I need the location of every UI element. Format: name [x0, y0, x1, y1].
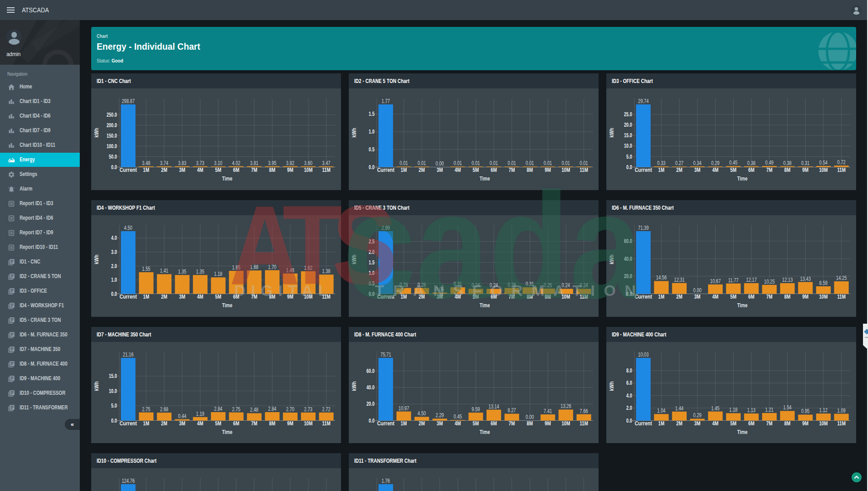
- svg-text:1.19: 1.19: [196, 410, 204, 417]
- svg-text:0.44: 0.44: [178, 413, 186, 419]
- svg-text:8M: 8M: [527, 420, 533, 427]
- svg-text:3.47: 3.47: [322, 160, 331, 166]
- svg-text:12.31: 12.31: [674, 277, 685, 283]
- svg-text:9M: 9M: [802, 294, 808, 300]
- svg-text:0.24: 0.24: [490, 282, 498, 289]
- svg-text:7M: 7M: [509, 420, 515, 427]
- svg-text:11M: 11M: [579, 294, 588, 300]
- svg-text:Current: Current: [119, 294, 137, 300]
- svg-text:9M: 9M: [545, 420, 551, 427]
- svg-text:13.26: 13.26: [560, 403, 571, 409]
- svg-text:3M: 3M: [179, 420, 186, 427]
- svg-text:3.0: 3.0: [111, 249, 117, 255]
- svg-text:6M: 6M: [233, 294, 239, 300]
- svg-text:11M: 11M: [322, 420, 331, 427]
- svg-text:14.56: 14.56: [656, 274, 667, 281]
- svg-text:0.27: 0.27: [675, 160, 683, 167]
- svg-text:100.0: 100.0: [107, 143, 117, 150]
- svg-text:75.71: 75.71: [380, 351, 391, 357]
- svg-text:3M: 3M: [179, 294, 186, 300]
- svg-text:2.0: 2.0: [626, 405, 632, 411]
- svg-text:21.16: 21.16: [123, 351, 134, 357]
- svg-text:kWh: kWh: [609, 128, 615, 138]
- svg-text:4.0: 4.0: [111, 235, 117, 241]
- svg-text:1M: 1M: [658, 294, 664, 300]
- svg-text:40.0: 40.0: [367, 384, 375, 391]
- svg-text:10M: 10M: [304, 420, 313, 427]
- svg-text:0.45: 0.45: [729, 160, 737, 166]
- svg-text:6M: 6M: [233, 167, 239, 174]
- svg-text:7M: 7M: [251, 167, 258, 174]
- svg-text:Current: Current: [377, 420, 394, 427]
- svg-text:10.03: 10.03: [638, 351, 649, 357]
- svg-text:11M: 11M: [579, 420, 588, 427]
- svg-text:4M: 4M: [197, 167, 203, 174]
- svg-text:3M: 3M: [694, 294, 700, 300]
- svg-text:0.38: 0.38: [783, 160, 791, 166]
- svg-text:2.75: 2.75: [142, 406, 150, 412]
- svg-text:4M: 4M: [455, 420, 461, 427]
- svg-text:3.60: 3.60: [304, 160, 312, 166]
- svg-text:29.74: 29.74: [638, 98, 649, 104]
- svg-text:8.59: 8.59: [819, 280, 827, 286]
- svg-text:9M: 9M: [287, 294, 294, 300]
- svg-text:9M: 9M: [802, 167, 808, 174]
- svg-text:0.0: 0.0: [111, 164, 117, 171]
- svg-text:11M: 11M: [837, 167, 846, 174]
- svg-text:2M: 2M: [418, 294, 425, 300]
- svg-text:1M: 1M: [401, 167, 407, 174]
- svg-text:0.38: 0.38: [747, 160, 755, 166]
- svg-text:0.33: 0.33: [657, 160, 665, 166]
- svg-text:0.95: 0.95: [801, 408, 809, 414]
- svg-text:7M: 7M: [509, 294, 515, 300]
- svg-text:4M: 4M: [197, 420, 203, 427]
- svg-text:0.00: 0.00: [526, 414, 534, 420]
- svg-text:Time: Time: [480, 176, 490, 182]
- svg-text:2M: 2M: [676, 420, 682, 427]
- svg-text:1.04: 1.04: [657, 408, 665, 414]
- svg-text:0.01: 0.01: [490, 160, 498, 167]
- svg-text:0.5: 0.5: [369, 146, 375, 153]
- svg-text:11M: 11M: [579, 167, 588, 174]
- svg-text:1M: 1M: [143, 420, 150, 427]
- svg-text:25.0: 25.0: [624, 111, 632, 118]
- svg-text:Current: Current: [119, 420, 137, 427]
- svg-text:Time: Time: [737, 176, 748, 182]
- svg-text:1.76: 1.76: [382, 478, 390, 484]
- svg-text:3.83: 3.83: [178, 160, 186, 166]
- svg-text:2M: 2M: [161, 167, 167, 174]
- svg-text:Time: Time: [222, 176, 232, 182]
- svg-text:10M: 10M: [819, 294, 827, 300]
- svg-text:13.14: 13.14: [488, 403, 499, 409]
- svg-text:1.44: 1.44: [675, 405, 683, 411]
- svg-text:1M: 1M: [401, 420, 407, 427]
- svg-text:0.0: 0.0: [626, 291, 632, 297]
- svg-text:8M: 8M: [784, 420, 790, 427]
- svg-text:1.13: 1.13: [747, 407, 755, 413]
- svg-text:Current: Current: [377, 294, 394, 300]
- svg-text:0.45: 0.45: [454, 413, 462, 420]
- svg-text:0.29: 0.29: [693, 412, 701, 419]
- svg-text:3.74: 3.74: [160, 160, 168, 166]
- svg-text:2M: 2M: [418, 420, 425, 427]
- svg-text:3M: 3M: [694, 420, 700, 427]
- svg-text:4M: 4M: [455, 294, 461, 300]
- svg-text:1.62: 1.62: [304, 265, 312, 271]
- svg-text:6M: 6M: [748, 167, 754, 174]
- svg-text:2.48: 2.48: [250, 407, 258, 413]
- svg-text:4M: 4M: [712, 420, 718, 427]
- svg-text:4M: 4M: [455, 167, 461, 174]
- svg-text:1.70: 1.70: [268, 264, 276, 270]
- svg-text:0.01: 0.01: [399, 160, 408, 167]
- svg-text:0.01: 0.01: [579, 160, 588, 167]
- svg-text:0.28: 0.28: [399, 281, 408, 288]
- svg-text:250.0: 250.0: [107, 112, 117, 118]
- svg-text:1.55: 1.55: [142, 266, 150, 272]
- svg-text:5M: 5M: [730, 167, 736, 174]
- svg-text:2.99: 2.99: [382, 225, 390, 231]
- svg-text:1.5: 1.5: [369, 259, 375, 266]
- svg-text:7.41: 7.41: [543, 408, 552, 414]
- svg-text:3M: 3M: [179, 167, 186, 174]
- svg-text:20.0: 20.0: [624, 122, 632, 128]
- svg-text:124.76: 124.76: [122, 478, 135, 484]
